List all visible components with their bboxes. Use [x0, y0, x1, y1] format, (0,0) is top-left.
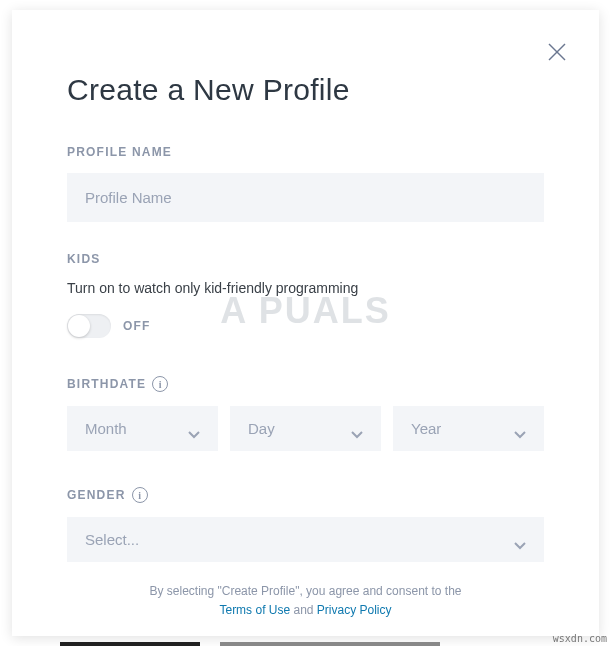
source-attribution: wsxdn.com [553, 633, 607, 644]
gender-label-text: GENDER [67, 488, 126, 502]
kids-toggle-state: OFF [123, 319, 151, 333]
kids-toggle-wrapper: OFF [67, 314, 544, 338]
year-select-value: Year [411, 420, 441, 437]
kids-label: KIDS [67, 252, 544, 266]
day-select[interactable]: Day [230, 406, 381, 451]
birthdate-label: BIRTHDATE i [67, 376, 544, 392]
privacy-link[interactable]: Privacy Policy [317, 603, 392, 617]
kids-description: Turn on to watch only kid-friendly progr… [67, 280, 544, 296]
toggle-thumb [68, 315, 90, 337]
decorative-bar [220, 642, 440, 646]
consent-text: By selecting "Create Profile", you agree… [67, 582, 544, 620]
chevron-down-icon [351, 425, 363, 433]
day-select-value: Day [248, 420, 275, 437]
year-select[interactable]: Year [393, 406, 544, 451]
create-profile-modal: Create a New Profile PROFILE NAME KIDS T… [12, 10, 599, 636]
close-button[interactable] [545, 40, 569, 64]
gender-select[interactable]: Select... [67, 517, 544, 562]
chevron-down-icon [188, 425, 200, 433]
chevron-down-icon [514, 425, 526, 433]
chevron-down-icon [514, 536, 526, 544]
info-icon[interactable]: i [132, 487, 148, 503]
close-icon [547, 42, 567, 62]
birthdate-label-text: BIRTHDATE [67, 377, 146, 391]
info-icon[interactable]: i [152, 376, 168, 392]
decorative-bar [60, 642, 200, 646]
terms-link[interactable]: Terms of Use [219, 603, 290, 617]
kids-toggle[interactable] [67, 314, 111, 338]
gender-label: GENDER i [67, 487, 544, 503]
profile-name-input[interactable] [67, 173, 544, 222]
month-select-value: Month [85, 420, 127, 437]
consent-prefix: By selecting "Create Profile", you agree… [149, 584, 461, 598]
gender-select-value: Select... [85, 531, 139, 548]
birthdate-selects: Month Day Year [67, 406, 544, 451]
consent-and: and [290, 603, 317, 617]
page-title: Create a New Profile [67, 73, 544, 107]
profile-name-label: PROFILE NAME [67, 145, 544, 159]
month-select[interactable]: Month [67, 406, 218, 451]
